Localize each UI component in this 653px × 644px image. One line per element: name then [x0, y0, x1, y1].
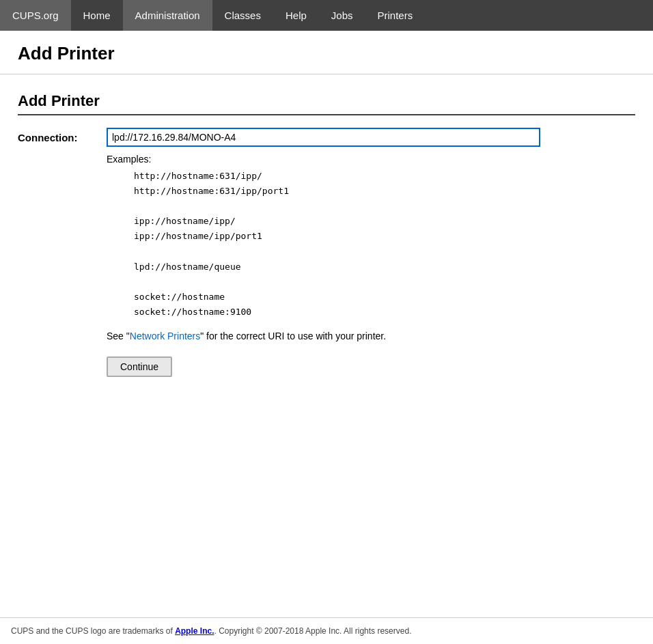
footer-text-before: CUPS and the CUPS logo are trademarks of [11, 626, 175, 636]
nav-help[interactable]: Help [273, 0, 319, 31]
connection-row: Connection: [18, 128, 635, 147]
nav-cups-org[interactable]: CUPS.org [0, 0, 71, 31]
nav-home[interactable]: Home [71, 0, 123, 31]
add-printer-form: Connection: Examples: http://hostname:63… [18, 128, 635, 377]
continue-button[interactable]: Continue [107, 356, 172, 377]
nav-jobs[interactable]: Jobs [319, 0, 365, 31]
examples-label: Examples: [107, 154, 635, 165]
network-printers-link[interactable]: Network Printers [130, 331, 200, 341]
nav-classes[interactable]: Classes [212, 0, 273, 31]
page-title-bar: Add Printer [0, 31, 653, 74]
section-title: Add Printer [18, 92, 635, 115]
apple-link[interactable]: Apple Inc. [175, 626, 214, 636]
nav-administration[interactable]: Administration [123, 0, 212, 31]
connection-label: Connection: [18, 128, 107, 143]
continue-area: Continue [107, 356, 635, 377]
connection-input[interactable] [107, 128, 540, 147]
see-text-after: " for the correct URI to use with your p… [200, 331, 386, 341]
examples-block: Examples: http://hostname:631/ipp/ http:… [107, 154, 635, 320]
main-content: Add Printer Connection: Examples: http:/… [0, 74, 653, 617]
main-nav: CUPS.org Home Administration Classes Hel… [0, 0, 653, 31]
see-network-printers-line: See "Network Printers" for the correct U… [107, 331, 635, 341]
page-title: Add Printer [18, 43, 635, 64]
nav-printers[interactable]: Printers [365, 0, 426, 31]
examples-code: http://hostname:631/ipp/ http://hostname… [134, 169, 635, 320]
footer-text-after: . Copyright © 2007-2018 Apple Inc. All r… [214, 626, 411, 636]
footer: CUPS and the CUPS logo are trademarks of… [0, 617, 653, 644]
see-text-before: See " [107, 331, 130, 341]
